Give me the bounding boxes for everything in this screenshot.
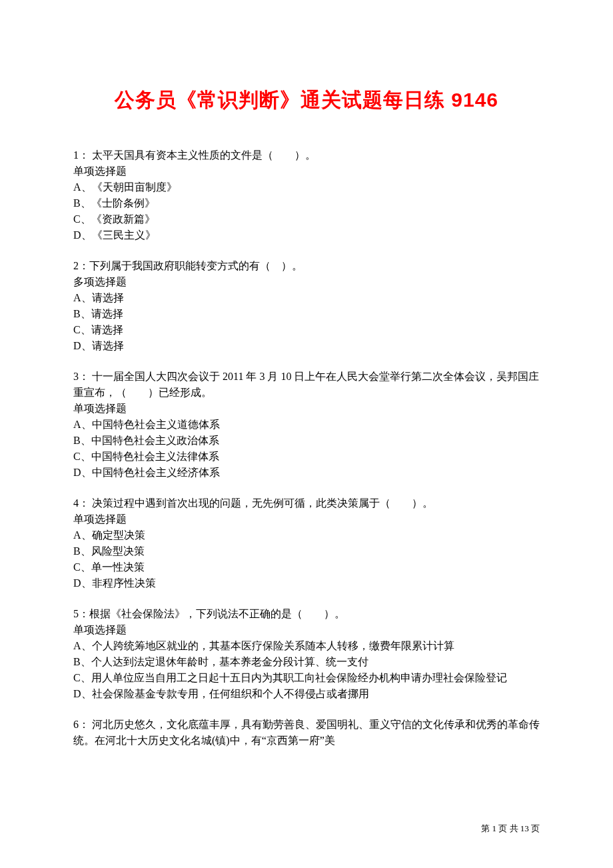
footer-suffix: 页: [529, 823, 540, 833]
question-prompt: 3： 十一届全国人大四次会议于 2011 年 3 月 10 日上午在人民大会堂举…: [73, 369, 540, 401]
option-c: C、中国特色社会主义法律体系: [73, 449, 540, 465]
option-a: A、《天朝田亩制度》: [73, 179, 540, 195]
option-d: D、中国特色社会主义经济体系: [73, 465, 540, 481]
option-a: A、中国特色社会主义道德体系: [73, 417, 540, 433]
question-prompt: 1： 太平天国具有资本主义性质的文件是（ ）。: [73, 147, 540, 163]
option-d: D、《三民主义》: [73, 227, 540, 243]
option-c: C、用人单位应当自用工之日起十五日内为其职工向社会保险经办机构申请办理社会保险登…: [73, 670, 540, 686]
question-type: 单项选择题: [73, 163, 540, 179]
footer-middle: 页 共: [496, 823, 520, 833]
option-c: C、单一性决策: [73, 559, 540, 575]
option-b: B、请选择: [73, 306, 540, 322]
option-b: B、中国特色社会主义政治体系: [73, 433, 540, 449]
option-a: A、个人跨统筹地区就业的，其基本医疗保险关系随本人转移，缴费年限累计计算: [73, 638, 540, 654]
option-d: D、社会保险基金专款专用，任何组织和个人不得侵占或者挪用: [73, 686, 540, 702]
total-pages: 13: [520, 823, 529, 833]
question-block: 3： 十一届全国人大四次会议于 2011 年 3 月 10 日上午在人民大会堂举…: [73, 369, 540, 481]
question-block: 5：根据《社会保险法》，下列说法不正确的是（ ）。 单项选择题 A、个人跨统筹地…: [73, 606, 540, 702]
question-type: 单项选择题: [73, 401, 540, 417]
question-block: 6： 河北历史悠久，文化底蕴丰厚，具有勤劳善良、爱国明礼、重义守信的文化传承和优…: [73, 717, 540, 749]
option-a: A、确定型决策: [73, 527, 540, 543]
document-title: 公务员《常识判断》通关试题每日练 9146: [73, 87, 540, 114]
option-b: B、风险型决策: [73, 543, 540, 559]
option-d: D、非程序性决策: [73, 575, 540, 591]
option-a: A、请选择: [73, 290, 540, 306]
question-prompt: 6： 河北历史悠久，文化底蕴丰厚，具有勤劳善良、爱国明礼、重义守信的文化传承和优…: [73, 717, 540, 749]
question-block: 1： 太平天国具有资本主义性质的文件是（ ）。 单项选择题 A、《天朝田亩制度》…: [73, 147, 540, 243]
question-type: 单项选择题: [73, 622, 540, 638]
question-block: 2：下列属于我国政府职能转变方式的有（ ）。 多项选择题 A、请选择 B、请选择…: [73, 258, 540, 354]
question-type: 多项选择题: [73, 274, 540, 290]
option-c: C、请选择: [73, 322, 540, 338]
option-b: B、《士阶条例》: [73, 195, 540, 211]
document-page: 公务员《常识判断》通关试题每日练 9146 1： 太平天国具有资本主义性质的文件…: [0, 0, 613, 868]
question-prompt: 5：根据《社会保险法》，下列说法不正确的是（ ）。: [73, 606, 540, 622]
option-c: C、《资政新篇》: [73, 211, 540, 227]
question-prompt: 2：下列属于我国政府职能转变方式的有（ ）。: [73, 258, 540, 274]
option-d: D、请选择: [73, 338, 540, 354]
option-b: B、个人达到法定退休年龄时，基本养老金分段计算、统一支付: [73, 654, 540, 670]
question-type: 单项选择题: [73, 511, 540, 527]
footer-prefix: 第: [481, 823, 492, 833]
page-footer: 第 1 页 共 13 页: [481, 823, 540, 835]
question-block: 4： 决策过程中遇到首次出现的问题，无先例可循，此类决策属于（ ）。 单项选择题…: [73, 495, 540, 591]
question-prompt: 4： 决策过程中遇到首次出现的问题，无先例可循，此类决策属于（ ）。: [73, 495, 540, 511]
